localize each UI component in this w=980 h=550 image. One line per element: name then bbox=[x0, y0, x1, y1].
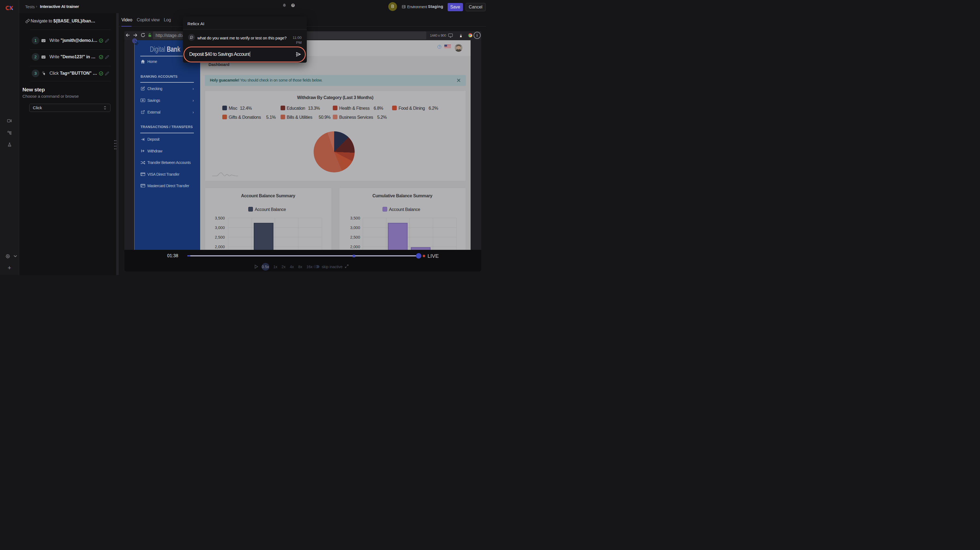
svg-text:2,000: 2,000 bbox=[350, 245, 360, 249]
svg-text:3,000: 3,000 bbox=[350, 225, 360, 230]
svg-text:3,000: 3,000 bbox=[215, 225, 225, 230]
svg-text:3,500: 3,500 bbox=[350, 216, 360, 220]
svg-text:2,500: 2,500 bbox=[350, 235, 360, 239]
svg-text:3,500: 3,500 bbox=[215, 216, 225, 220]
svg-text:2,000: 2,000 bbox=[215, 245, 225, 249]
svg-text:2,500: 2,500 bbox=[215, 235, 225, 239]
